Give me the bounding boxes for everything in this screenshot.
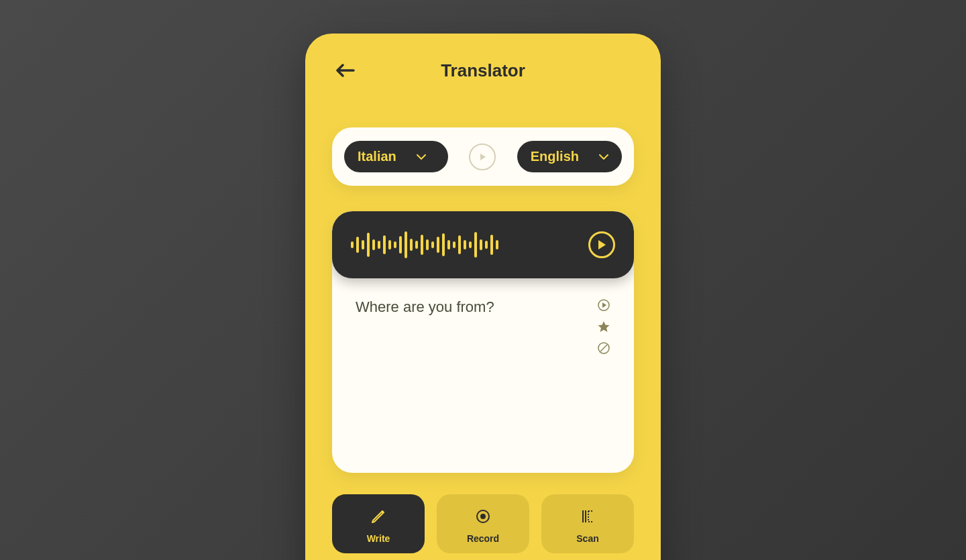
nav-scan[interactable]: Scan xyxy=(541,494,634,553)
audio-input-section xyxy=(332,211,634,278)
target-language-label: English xyxy=(531,149,579,164)
source-language-label: Italian xyxy=(358,149,396,164)
record-icon xyxy=(474,508,492,525)
play-swap-icon xyxy=(478,152,487,162)
back-button[interactable] xyxy=(332,57,359,84)
swap-languages-button[interactable] xyxy=(469,144,496,170)
page-title: Translator xyxy=(441,60,525,81)
clear-button[interactable] xyxy=(597,341,610,355)
target-language-dropdown[interactable]: English xyxy=(517,141,622,172)
source-language-dropdown[interactable]: Italian xyxy=(344,141,448,172)
chevron-down-icon xyxy=(599,154,608,160)
audio-waveform xyxy=(351,231,498,258)
translator-app: Translator Italian English xyxy=(305,34,661,560)
play-audio-button[interactable] xyxy=(588,231,615,258)
cancel-icon xyxy=(598,342,610,354)
nav-write[interactable]: Write xyxy=(332,494,425,553)
nav-record[interactable]: Record xyxy=(437,494,529,553)
nav-record-label: Record xyxy=(467,533,499,544)
scan-icon xyxy=(579,508,596,525)
language-selector: Italian English xyxy=(332,127,634,186)
translation-card: Where are you from? xyxy=(332,211,634,473)
nav-write-label: Write xyxy=(367,533,390,544)
favorite-button[interactable] xyxy=(597,320,610,333)
svg-point-3 xyxy=(480,514,486,519)
translation-result-text: Where are you from? xyxy=(356,298,494,316)
play-circle-icon xyxy=(598,299,610,311)
arrow-left-icon xyxy=(336,64,355,77)
play-icon xyxy=(597,239,606,250)
chevron-down-icon xyxy=(417,154,426,160)
result-actions xyxy=(597,298,610,355)
header: Translator xyxy=(332,54,634,87)
play-translation-button[interactable] xyxy=(597,298,610,312)
star-icon xyxy=(598,321,610,333)
bottom-nav: Write Record Scan xyxy=(332,494,634,553)
translation-result-section: Where are you from? xyxy=(332,278,634,473)
nav-scan-label: Scan xyxy=(576,533,598,544)
pencil-icon xyxy=(370,508,387,525)
